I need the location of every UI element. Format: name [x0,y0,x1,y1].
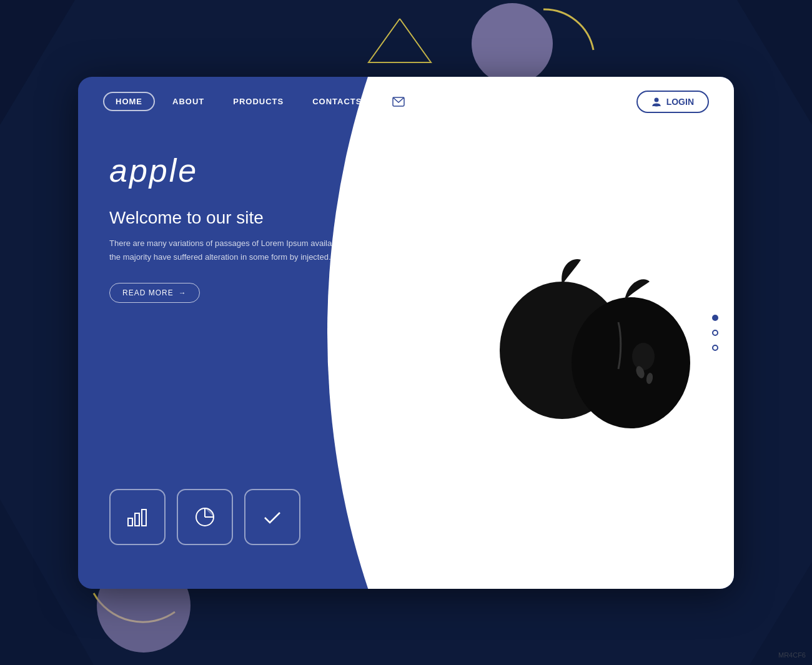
svg-marker-5 [750,562,812,665]
read-more-label: READ MORE [122,288,174,297]
bar-chart-icon [125,505,150,530]
svg-point-17 [632,343,655,370]
navbar: HOME ABOUT PRODUCTS CONTACTS LOGIN [78,77,734,127]
pie-chart-box[interactable] [177,489,233,545]
svg-rect-10 [135,513,139,526]
svg-rect-11 [142,510,146,526]
main-card: HOME ABOUT PRODUCTS CONTACTS LOGIN apple… [78,77,734,589]
watermark: MR4CF6 [778,651,806,659]
svg-marker-3 [737,0,812,125]
dot-2[interactable] [712,330,718,336]
hero-section: apple Welcome to our site There are many… [109,152,359,303]
checkmark-box[interactable] [244,489,300,545]
hero-description: There are many variations of passages of… [109,237,359,264]
login-label: LOGIN [666,97,694,107]
nav-about[interactable]: ABOUT [161,93,215,110]
nav-contacts[interactable]: CONTACTS [301,93,373,110]
svg-point-16 [572,297,690,428]
dot-1[interactable] [712,315,718,321]
email-icon [392,97,405,107]
apple-svg [472,213,709,450]
pie-chart-icon [192,505,217,530]
bar-chart-box[interactable] [109,489,166,545]
svg-rect-9 [128,518,132,526]
check-icon [260,505,285,530]
svg-point-7 [654,97,658,102]
feature-row [109,489,300,545]
hero-heading: Welcome to our site [109,208,359,228]
apple-illustration [472,213,709,453]
brand-title: apple [109,152,359,189]
svg-point-8 [653,103,660,106]
svg-point-0 [472,3,553,84]
arrow-right-icon: → [179,288,187,297]
dot-3[interactable] [712,345,718,351]
nav-products[interactable]: PRODUCTS [222,93,295,110]
svg-marker-2 [0,0,75,125]
read-more-button[interactable]: READ MORE → [109,283,200,303]
user-icon [651,97,661,107]
dots-navigation [712,315,718,351]
nav-home[interactable]: HOME [103,92,155,111]
login-button[interactable]: LOGIN [636,91,709,113]
email-button[interactable] [385,89,412,115]
